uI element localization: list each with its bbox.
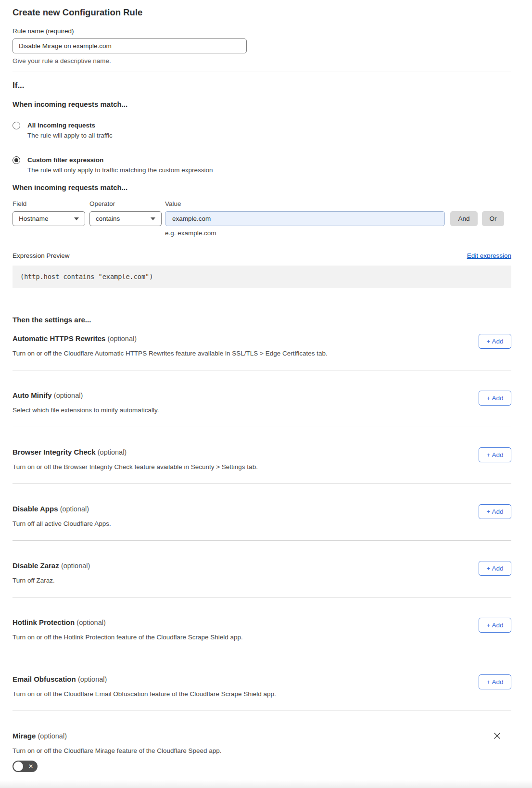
setting-row-disable-zaraz: Disable Zaraz (optional) + Add Turn off … (13, 561, 511, 597)
optional-suffix: (optional) (38, 732, 67, 740)
add-button[interactable]: + Add (479, 391, 511, 406)
chevron-down-icon (74, 217, 79, 220)
divider (13, 427, 511, 427)
setting-name: Mirage (13, 732, 36, 740)
and-button[interactable]: And (450, 211, 478, 226)
divider (13, 370, 511, 370)
add-button[interactable]: + Add (479, 504, 511, 519)
setting-name: Disable Zaraz (13, 561, 59, 570)
divider (13, 483, 511, 484)
setting-row-auto-minify: Auto Minify (optional) + Add Select whic… (13, 391, 511, 427)
page-title: Create new Configuration Rule (13, 7, 511, 18)
rule-name-help: Give your rule a descriptive name. (13, 57, 511, 65)
toggle-knob (13, 762, 23, 771)
optional-suffix: (optional) (98, 448, 127, 456)
divider (13, 654, 511, 654)
or-button[interactable]: Or (482, 211, 504, 226)
setting-description: Select which file extensions to minify a… (13, 406, 511, 414)
mirage-toggle[interactable]: ✕ (13, 761, 38, 772)
setting-row-email-obfuscation: Email Obfuscation (optional) + Add Turn … (13, 674, 511, 711)
setting-row-mirage: Mirage (optional) Turn on or off the Clo… (13, 731, 511, 772)
create-configuration-rule-form: Create new Configuration Rule Rule name … (0, 0, 532, 772)
if-heading: If... (13, 80, 511, 91)
setting-name: Browser Integrity Check (13, 448, 96, 456)
then-settings-heading: Then the settings are... (13, 316, 511, 324)
setting-description: Turn on or off the Cloudflare Email Obfu… (13, 690, 511, 698)
match-heading: When incoming requests match... (13, 100, 511, 109)
add-button[interactable]: + Add (479, 618, 511, 633)
setting-name: Automatic HTTPS Rewrites (13, 334, 105, 343)
field-select[interactable]: Hostname (13, 211, 85, 226)
bottom-footer-edge (0, 780, 532, 788)
field-label: Field (13, 200, 89, 208)
expression-preview-label: Expression Preview (13, 252, 70, 260)
radio-description: The rule will apply to all traffic (27, 131, 113, 140)
operator-select[interactable]: contains (89, 211, 162, 226)
value-label: Value (165, 200, 181, 208)
setting-description: Turn on or off the Cloudflare Automatic … (13, 349, 511, 357)
operator-select-value: contains (96, 215, 120, 222)
chevron-down-icon (151, 217, 155, 220)
add-button[interactable]: + Add (479, 334, 511, 349)
radio-description: The rule will only apply to traffic matc… (27, 166, 213, 174)
radio-unselected-icon[interactable] (13, 122, 20, 129)
setting-description: Turn off Zaraz. (13, 576, 511, 585)
setting-description: Turn off all active Cloudflare Apps. (13, 520, 511, 528)
setting-row-browser-integrity-check: Browser Integrity Check (optional) + Add… (13, 447, 511, 484)
expression-preview-code: (http.host contains "example.com") (13, 266, 511, 288)
value-hint: e.g. example.com (165, 229, 511, 237)
optional-suffix: (optional) (60, 505, 89, 513)
operator-label: Operator (89, 200, 165, 208)
edit-expression-link[interactable]: Edit expression (467, 252, 511, 260)
setting-name: Disable Apps (13, 505, 58, 513)
setting-name: Hotlink Protection (13, 618, 75, 626)
divider (13, 72, 511, 72)
optional-suffix: (optional) (61, 562, 90, 570)
value-input[interactable] (165, 211, 445, 226)
setting-row-hotlink-protection: Hotlink Protection (optional) + Add Turn… (13, 618, 511, 654)
radio-label: All incoming requests (27, 121, 113, 129)
radio-label: Custom filter expression (27, 156, 213, 164)
divider (13, 540, 511, 541)
optional-suffix: (optional) (78, 675, 107, 683)
radio-option-custom-filter[interactable]: Custom filter expression The rule will o… (13, 156, 511, 174)
radio-selected-icon[interactable] (13, 156, 20, 164)
builder-heading: When incoming requests match... (13, 183, 511, 192)
rule-name-input[interactable] (13, 38, 247, 53)
toggle-off-icon: ✕ (28, 763, 33, 769)
rule-name-label: Rule name (required) (13, 27, 511, 35)
add-button[interactable]: + Add (479, 674, 511, 689)
divider (13, 597, 511, 597)
setting-name: Auto Minify (13, 391, 52, 399)
setting-description: Turn on or off the Cloudflare Mirage fea… (13, 747, 511, 755)
divider (13, 711, 511, 711)
add-button[interactable]: + Add (479, 447, 511, 462)
setting-name: Email Obfuscation (13, 675, 76, 683)
setting-description: Turn on or off the Hotlink Protection fe… (13, 633, 511, 641)
close-icon[interactable] (494, 732, 501, 739)
field-select-value: Hostname (19, 215, 49, 222)
setting-description: Turn on or off the Browser Integrity Che… (13, 463, 511, 471)
optional-suffix: (optional) (108, 335, 137, 343)
optional-suffix: (optional) (54, 392, 83, 399)
radio-option-all-requests[interactable]: All incoming requests The rule will appl… (13, 121, 511, 140)
setting-row-disable-apps: Disable Apps (optional) + Add Turn off a… (13, 504, 511, 541)
add-button[interactable]: + Add (479, 561, 511, 576)
setting-row-automatic-https-rewrites: Automatic HTTPS Rewrites (optional) + Ad… (13, 334, 511, 370)
optional-suffix: (optional) (76, 619, 105, 626)
